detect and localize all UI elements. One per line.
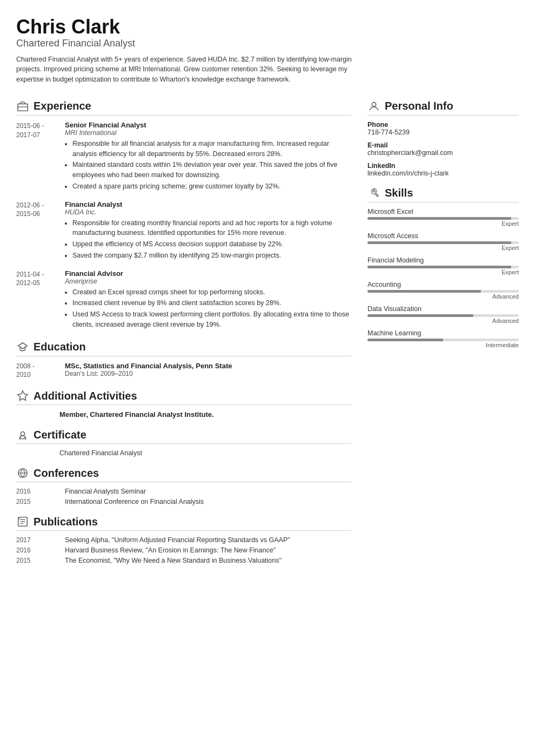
exp-job-title: Financial Analyst <box>65 200 351 208</box>
skill-item: AccountingAdvanced <box>367 281 519 300</box>
publications-header: Publications <box>16 515 351 531</box>
skill-item: Data VisualizationAdvanced <box>367 305 519 324</box>
skill-bar-bg <box>367 266 519 268</box>
skill-bar-fill <box>367 217 511 220</box>
conferences-title: Conferences <box>34 467 99 480</box>
conf-text: International Conference on Financial An… <box>65 498 204 505</box>
education-entry: 2008 - 2010MSc, Statistics and Financial… <box>16 362 351 380</box>
exp-dates: 2012-06 - 2015-06 <box>16 200 59 262</box>
skill-bar-fill <box>367 339 443 341</box>
experience-entry: 2011-04 - 2012-05Financial AdvisorAmerip… <box>16 269 351 331</box>
svg-point-11 <box>372 103 376 106</box>
pub-text: The Economist, "Why We Need a New Standa… <box>65 557 282 564</box>
publications-icon <box>16 515 29 528</box>
pub-text: Seeking Alpha, "Uniform Adjusted Financi… <box>65 536 290 544</box>
skill-item: Microsoft ExcelExpert <box>367 208 519 227</box>
experience-entry: 2012-06 - 2015-06Financial AnalystHUDA I… <box>16 200 351 262</box>
personal-info-icon <box>367 100 380 113</box>
activities-header: Additional Activities <box>16 389 351 405</box>
certificate-entries: Chartered Financial Analyst <box>16 449 351 457</box>
activities-icon <box>16 389 29 402</box>
pub-year: 2015 <box>16 557 59 564</box>
skill-name: Accounting <box>367 281 519 288</box>
skill-name: Financial Modeling <box>367 256 519 264</box>
conference-entry: 2015International Conference on Financia… <box>16 498 351 505</box>
personal-info-fields: Phone718-774-5239E-mailchristopherclark@… <box>367 121 519 177</box>
publications-section: Publications 2017Seeking Alpha, "Uniform… <box>16 515 351 564</box>
experience-title: Experience <box>34 100 91 112</box>
skill-item: Financial ModelingExpert <box>367 256 519 275</box>
exp-company: Ameriprise <box>65 278 351 285</box>
certificate-header: Certificate <box>16 428 351 444</box>
right-column: Personal Info Phone718-774-5239E-mailchr… <box>367 100 519 574</box>
pub-text: Harvard Business Review, "An Erosion in … <box>65 546 276 554</box>
conferences-header: Conferences <box>16 467 351 482</box>
edu-note: Dean's List: 2009–2010 <box>65 370 351 377</box>
candidate-name: Chris Clark <box>16 16 519 38</box>
svg-point-3 <box>21 432 24 436</box>
skill-name: Data Visualization <box>367 305 519 313</box>
skill-level-label: Advanced <box>367 293 519 300</box>
skill-level-label: Advanced <box>367 318 519 324</box>
left-column: Experience 2015-06 - 2017-07Senior Finan… <box>16 100 351 574</box>
skill-item: Machine LearningIntermediate <box>367 329 519 348</box>
exp-bullet: Used MS Access to track lowest performin… <box>72 309 351 330</box>
skill-name: Microsoft Excel <box>367 208 519 215</box>
publications-title: Publications <box>34 516 98 528</box>
conferences-section: Conferences 2016Financial Analysts Semin… <box>16 467 351 505</box>
activity-text: Member, Chartered Financial Analyst Inst… <box>59 410 214 418</box>
info-label: Phone <box>367 121 519 129</box>
cert-text: Chartered Financial Analyst <box>59 449 142 457</box>
certificate-section: Certificate Chartered Financial Analyst <box>16 428 351 457</box>
publication-entry: 2015The Economist, "Why We Need a New St… <box>16 557 351 564</box>
info-value: 718-774-5239 <box>367 129 519 136</box>
exp-bullet: Upped the efficiency of MS Access decisi… <box>72 239 351 249</box>
info-value: christopherclark@gmail.com <box>367 149 519 157</box>
resume-header: Chris Clark Chartered Financial Analyst … <box>16 16 519 85</box>
pub-year: 2017 <box>16 536 59 544</box>
svg-point-12 <box>373 190 375 192</box>
skill-level-label: Expert <box>367 245 519 251</box>
skill-bar-fill <box>367 266 511 268</box>
conf-year: 2016 <box>16 488 59 495</box>
skill-level-label: Expert <box>367 269 519 275</box>
exp-bullet: Increased client revenue by 8% and clien… <box>72 298 351 308</box>
experience-section: Experience 2015-06 - 2017-07Senior Finan… <box>16 100 351 331</box>
exp-bullet: Maintained standard costs within 1% devi… <box>72 160 351 180</box>
exp-bullet: Created a spare parts pricing scheme; gr… <box>72 181 351 192</box>
candidate-summary: Chartered Financial Analyst with 5+ year… <box>16 55 367 85</box>
info-label: LinkedIn <box>367 162 519 170</box>
skill-bar-bg <box>367 241 519 244</box>
exp-company: MRI International <box>65 129 351 137</box>
info-label: E-mail <box>367 141 519 149</box>
edu-dates: 2008 - 2010 <box>16 362 59 380</box>
personal-info-header: Personal Info <box>367 100 519 116</box>
skill-bar-bg <box>367 314 519 317</box>
personal-info-item: LinkedInlinkedin.com/in/chris-j-clark <box>367 162 519 177</box>
candidate-title: Chartered Financial Analyst <box>16 38 519 49</box>
exp-job-title: Senior Financial Analyst <box>65 121 351 129</box>
exp-job-title: Financial Advisor <box>65 269 351 278</box>
exp-bullet: Created an Excel spread comps sheet for … <box>72 287 351 298</box>
skill-level-label: Intermediate <box>367 342 519 348</box>
skills-title: Skills <box>385 187 413 199</box>
skill-bar-bg <box>367 339 519 341</box>
skills-section: Skills Microsoft ExcelExpertMicrosoft Ac… <box>367 187 519 348</box>
skill-name: Machine Learning <box>367 329 519 337</box>
skill-bar-fill <box>367 290 481 293</box>
publication-entry: 2016Harvard Business Review, "An Erosion… <box>16 546 351 554</box>
svg-rect-0 <box>18 104 28 111</box>
skill-name: Microsoft Access <box>367 232 519 240</box>
personal-info-item: Phone718-774-5239 <box>367 121 519 136</box>
skill-item: Microsoft AccessExpert <box>367 232 519 251</box>
info-value: linkedin.com/in/chris-j-clark <box>367 170 519 177</box>
certificate-icon <box>16 428 29 441</box>
exp-content: Financial AnalystHUDA Inc.Responsible fo… <box>65 200 351 262</box>
education-icon <box>16 341 29 354</box>
skill-level-label: Expert <box>367 220 519 227</box>
exp-bullets: Responsible for all financial analysis f… <box>65 139 351 192</box>
conf-text: Financial Analysts Seminar <box>65 488 146 495</box>
skills-icon <box>367 187 380 200</box>
svg-marker-2 <box>18 391 28 400</box>
certificate-title: Certificate <box>34 429 86 441</box>
